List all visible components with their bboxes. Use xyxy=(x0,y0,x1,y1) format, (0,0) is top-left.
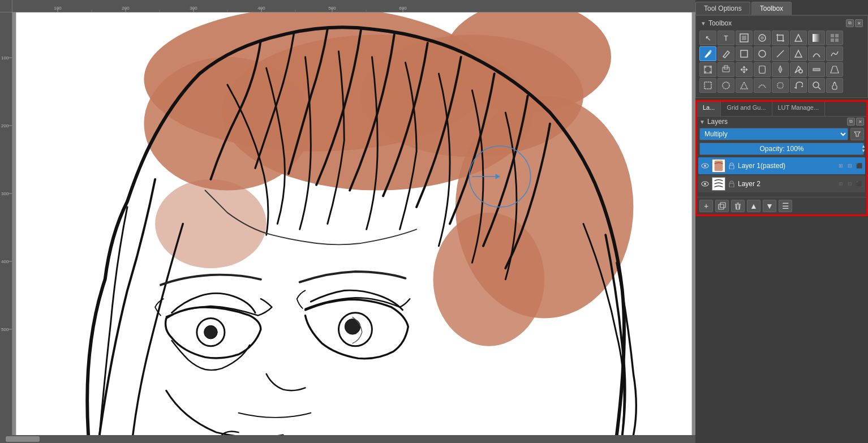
tab-grid-guides[interactable]: Grid and Gu... xyxy=(721,102,772,116)
layer-2-visibility[interactable] xyxy=(701,179,710,188)
move-layer-up-btn[interactable]: ▲ xyxy=(747,200,760,212)
layer-1-action-2[interactable]: ⊟ xyxy=(846,162,854,170)
tool-color-picker[interactable] xyxy=(790,62,807,77)
v-ruler-tick-300: 300 xyxy=(1,191,8,196)
svg-line-54 xyxy=(818,87,820,89)
tool-pan[interactable] xyxy=(826,78,843,93)
tool-pattern[interactable] xyxy=(826,31,843,45)
toolbox-detach-btn[interactable]: ⧉ xyxy=(846,19,854,27)
delete-layer-btn[interactable] xyxy=(731,200,745,212)
tool-gradient[interactable] xyxy=(808,31,825,45)
tool-pencil[interactable] xyxy=(717,46,734,61)
tool-bezier-select[interactable] xyxy=(754,78,771,93)
tab-lut-manager[interactable]: LUT Manage... xyxy=(772,102,826,116)
tool-fill-color[interactable] xyxy=(772,62,789,77)
layer-1-visibility[interactable] xyxy=(701,161,710,170)
svg-point-28 xyxy=(345,319,360,335)
layer-2-action-1[interactable]: ⊞ xyxy=(837,180,845,188)
layer-item-2[interactable]: Layer 2 ⊞ ⊟ ⬛ xyxy=(698,175,865,192)
tool-freehand-select[interactable] xyxy=(772,78,789,93)
tool-warp[interactable] xyxy=(717,62,734,77)
tool-smart-patch[interactable] xyxy=(808,62,825,77)
tool-rectangle[interactable] xyxy=(736,46,753,61)
layers-panel-window-buttons: ⧉ ✕ xyxy=(847,118,864,126)
toolbox-close-btn[interactable]: ✕ xyxy=(855,19,863,27)
layer-2-action-3[interactable]: ⬛ xyxy=(855,180,863,188)
opacity-label: Opacity: 100% xyxy=(759,145,803,153)
layer-2-name: Layer 2 xyxy=(738,180,835,188)
tool-similar-color[interactable] xyxy=(754,31,771,45)
tab-layers[interactable]: La... xyxy=(697,102,721,116)
move-layer-down-btn[interactable]: ▼ xyxy=(763,200,776,212)
v-ruler-tick-200: 200 xyxy=(1,123,8,128)
svg-rect-63 xyxy=(729,183,734,187)
tool-ellipse-select[interactable] xyxy=(717,78,734,93)
tab-tool-options[interactable]: Tool Options xyxy=(695,2,750,15)
toolbox-title: ▼ Toolbox xyxy=(701,19,732,27)
tool-contiguous-select[interactable] xyxy=(736,31,753,45)
layer-1-actions: ⊞ ⊟ ⬛ xyxy=(837,162,863,170)
toolbox-tools-grid: ↖ T xyxy=(698,28,865,95)
tool-brush[interactable] xyxy=(699,46,716,61)
layer-1-action-3[interactable]: ⬛ xyxy=(855,162,863,170)
tool-bezier[interactable] xyxy=(808,46,825,61)
ruler-corner xyxy=(0,0,12,12)
svg-point-56 xyxy=(704,165,706,167)
layers-bottom-bar: + ▲ ▼ ☰ xyxy=(697,197,866,214)
tool-crop[interactable] xyxy=(772,31,789,45)
copy-layer-btn[interactable] xyxy=(715,200,729,212)
tool-transform[interactable] xyxy=(699,62,716,77)
layer-2-actions: ⊞ ⊟ ⬛ xyxy=(837,180,863,188)
layer-1-thumbnail xyxy=(712,159,725,173)
layer-2-action-2[interactable]: ⊟ xyxy=(846,180,854,188)
tool-deform[interactable] xyxy=(754,62,771,77)
horizontal-scrollbar[interactable] xyxy=(0,435,695,443)
layers-close-btn[interactable]: ✕ xyxy=(856,118,864,126)
tool-ellipse[interactable] xyxy=(754,46,771,61)
svg-line-40 xyxy=(777,50,784,57)
tool-perspective[interactable] xyxy=(826,62,843,77)
ruler-tick-500: 500 xyxy=(328,6,336,11)
tool-zoom[interactable] xyxy=(808,78,825,93)
svg-rect-50 xyxy=(704,82,711,89)
tool-select-arrow[interactable]: ↖ xyxy=(699,31,716,45)
layer-1-lock[interactable] xyxy=(728,162,736,170)
layer-item-1[interactable]: Layer 1(pasted) ⊞ ⊟ ⬛ xyxy=(698,157,865,174)
layers-collapse-arrow[interactable]: ▼ xyxy=(699,119,705,125)
ruler-tick-100: 100 xyxy=(54,6,61,11)
svg-rect-65 xyxy=(720,203,725,208)
opacity-row: Opacity: 100% ▲ ▼ xyxy=(697,141,866,156)
layers-menu-btn[interactable]: ☰ xyxy=(779,200,792,212)
add-layer-btn[interactable]: + xyxy=(699,200,713,212)
tool-dynamic-brush[interactable] xyxy=(826,46,843,61)
svg-rect-43 xyxy=(704,66,706,68)
ruler-tick-400: 400 xyxy=(257,6,265,11)
tool-line[interactable] xyxy=(772,46,789,61)
tool-move[interactable] xyxy=(736,62,753,77)
layers-list: Layer 1(pasted) ⊞ ⊟ ⬛ xyxy=(697,156,866,195)
tool-polygon-select[interactable] xyxy=(736,78,753,93)
tool-magnetic-select[interactable] xyxy=(790,78,807,93)
svg-rect-58 xyxy=(715,161,723,171)
tool-fill[interactable] xyxy=(790,31,807,45)
svg-point-48 xyxy=(799,70,802,73)
svg-rect-36 xyxy=(831,38,834,42)
h-scrollbar-thumb[interactable] xyxy=(6,436,40,442)
blend-mode-row: Multiply Normal Screen Overlay Darken Li… xyxy=(697,127,866,141)
v-ruler-tick-500: 500 xyxy=(1,327,8,332)
layer-filter-btn[interactable] xyxy=(850,128,864,140)
layer-1-action-1[interactable]: ⊞ xyxy=(837,162,845,170)
layers-section: La... Grid and Gu... LUT Manage... ▼ Lay… xyxy=(695,100,868,216)
tab-toolbox[interactable]: Toolbox xyxy=(751,2,792,15)
opacity-slider[interactable]: Opacity: 100% ▲ ▼ xyxy=(699,143,864,155)
toolbox-panel: ▼ Toolbox ⧉ ✕ ↖ T xyxy=(695,15,868,98)
blend-mode-select[interactable]: Multiply Normal Screen Overlay Darken Li… xyxy=(699,128,848,140)
drawing-area[interactable] xyxy=(12,12,695,435)
tool-rect-select[interactable] xyxy=(699,78,716,93)
layers-label: Layers xyxy=(707,118,728,126)
tool-polygon[interactable] xyxy=(790,46,807,61)
tool-text[interactable]: T xyxy=(717,31,734,45)
layers-detach-btn[interactable]: ⧉ xyxy=(847,118,855,126)
svg-marker-52 xyxy=(741,82,747,89)
layer-2-lock[interactable] xyxy=(728,180,736,188)
